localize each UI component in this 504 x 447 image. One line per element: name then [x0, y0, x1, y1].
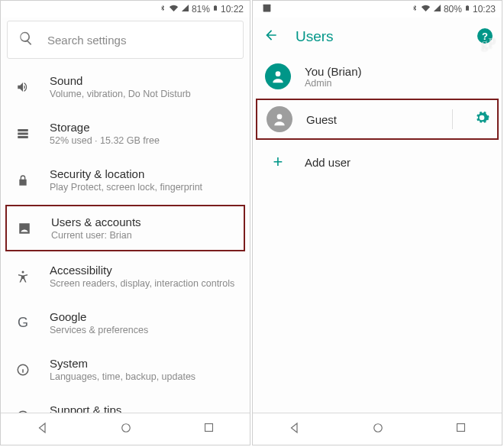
navigation-bar [1, 413, 250, 445]
status-bar: 80% 10:23 [253, 1, 502, 18]
item-sub: Screen readers, display, interaction con… [50, 278, 237, 289]
status-bar: 81% 10:22 [1, 1, 250, 18]
nav-home-icon[interactable] [119, 421, 133, 438]
navigation-bar [253, 413, 502, 445]
user-title: Guest [306, 113, 435, 126]
battery-icon [464, 3, 470, 15]
user-row-guest[interactable]: Guest [256, 99, 499, 140]
settings-item-google[interactable]: G Google Services & preferences [1, 300, 250, 346]
signal-icon [181, 4, 189, 15]
nav-recent-icon[interactable] [202, 421, 215, 437]
svg-rect-7 [263, 5, 271, 12]
item-sub: Services & preferences [50, 325, 237, 335]
user-sub: Admin [305, 78, 491, 89]
settings-list: Sound Volume, vibration, Do Not Disturb … [1, 63, 250, 413]
settings-item-security[interactable]: Security & location Play Protect, screen… [1, 157, 250, 203]
sound-icon [15, 80, 31, 94]
user-row-you[interactable]: You (Brian) Admin [253, 56, 502, 97]
signal-icon [433, 4, 441, 15]
user-title: You (Brian) [305, 65, 491, 78]
avatar [265, 63, 291, 89]
wifi-icon [169, 4, 179, 15]
help-icon [15, 410, 31, 413]
item-title: System [50, 357, 237, 370]
item-sub: Current user: Brian [51, 230, 236, 241]
battery-percent: 80% [444, 4, 462, 15]
status-time: 10:23 [473, 4, 496, 15]
svg-rect-6 [205, 424, 212, 432]
settings-item-support[interactable]: Support & tips Help articles, phone & ch… [1, 393, 250, 413]
spacer [253, 183, 502, 413]
settings-item-storage[interactable]: Storage 52% used · 15.32 GB free [1, 110, 250, 157]
item-sub: Languages, time, backup, updates [50, 371, 237, 382]
add-user-row[interactable]: + Add user [253, 141, 502, 183]
account-box-icon [16, 222, 33, 235]
search-placeholder: Search settings [47, 34, 126, 47]
item-title: Sound [50, 74, 237, 87]
search-icon [18, 31, 34, 49]
settings-item-sound[interactable]: Sound Volume, vibration, Do Not Disturb [1, 63, 250, 110]
status-time: 10:22 [221, 4, 244, 15]
svg-rect-11 [457, 424, 464, 432]
svg-point-8 [276, 71, 281, 76]
google-icon: G [15, 315, 31, 331]
avatar [267, 106, 292, 132]
settings-item-accessibility[interactable]: Accessibility Screen readers, display, i… [1, 253, 250, 300]
item-sub: Play Protect, screen lock, fingerprint [50, 182, 237, 193]
help-button[interactable]: ? [477, 28, 493, 44]
item-title: Support & tips [50, 403, 237, 413]
add-user-label: Add user [305, 156, 351, 169]
settings-screen: 81% 10:22 Search settings Sound Volume, … [0, 0, 250, 445]
page-title: Users [296, 28, 334, 45]
divider [452, 109, 453, 129]
nav-home-icon[interactable] [371, 421, 385, 438]
item-title: Storage [50, 121, 237, 134]
battery-icon [212, 3, 218, 15]
nav-recent-icon[interactable] [454, 421, 467, 437]
svg-point-5 [121, 423, 130, 432]
item-sub: Volume, vibration, Do Not Disturb [50, 89, 237, 99]
settings-item-users-accounts[interactable]: Users & accounts Current user: Brian [5, 205, 245, 251]
info-icon [15, 363, 31, 377]
settings-item-system[interactable]: System Languages, time, backup, updates [1, 346, 250, 393]
nav-back-icon[interactable] [36, 421, 50, 438]
svg-point-9 [277, 114, 283, 119]
item-title: Accessibility [50, 264, 237, 277]
svg-point-10 [373, 423, 382, 432]
wifi-icon [421, 4, 431, 15]
bluetooth-icon [159, 4, 166, 15]
search-settings-input[interactable]: Search settings [7, 21, 244, 59]
item-title: Security & location [50, 167, 237, 180]
picture-icon [259, 3, 272, 15]
accessibility-icon [15, 270, 31, 283]
app-bar: Users ? [253, 18, 502, 56]
item-title: Users & accounts [51, 215, 236, 228]
plus-icon: + [265, 152, 291, 172]
bluetooth-icon [411, 4, 418, 15]
back-arrow-icon[interactable] [263, 28, 279, 46]
item-sub: 52% used · 15.32 GB free [50, 135, 237, 146]
gear-icon[interactable] [474, 110, 489, 128]
battery-percent: 81% [192, 4, 210, 15]
item-title: Google [50, 310, 237, 323]
storage-icon [15, 127, 31, 141]
lock-icon [15, 173, 31, 187]
users-screen: 80% 10:23 Users ? gP You (Brian) Admin G… [252, 0, 502, 445]
nav-back-icon[interactable] [288, 421, 302, 438]
